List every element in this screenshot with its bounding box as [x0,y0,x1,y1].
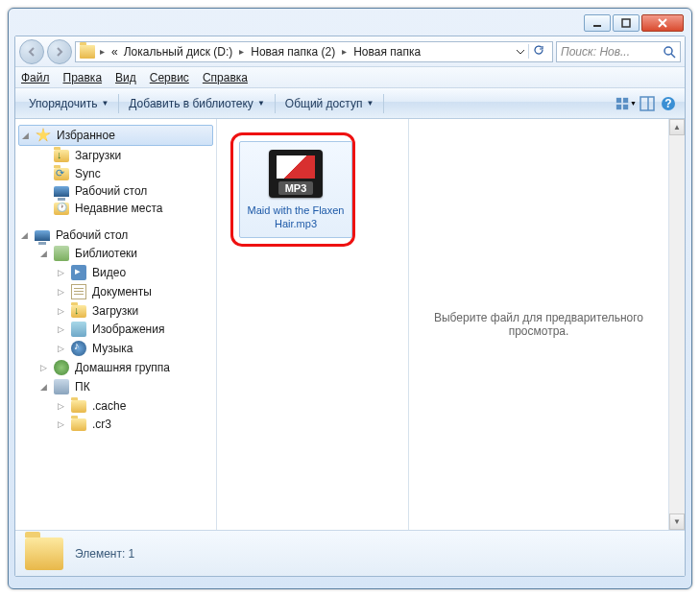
preview-placeholder: Выберите файл для предварительного просм… [428,311,649,338]
address-bar: ▸ « Локальный диск (D:) ▸ Новая папка (2… [15,36,685,67]
chevron-down-icon: ▼ [366,99,374,107]
downloads-icon [71,305,86,318]
homegroup-icon [54,360,69,375]
expand-icon: ▷ [40,363,47,372]
mp3-icon [269,150,323,198]
back-button[interactable] [19,39,44,64]
path-dropdown[interactable] [515,46,526,58]
forward-button[interactable] [47,39,72,64]
nav-cr3[interactable]: ▷.cr3 [15,415,216,433]
expand-icon: ▷ [58,268,64,277]
breadcrumb-prefix[interactable]: « [109,45,120,59]
libraries-icon [54,246,69,261]
menu-view[interactable]: Вид [115,71,136,84]
nav-cache[interactable]: ▷.cache [15,396,216,415]
nav-libraries[interactable]: ◢Библиотеки [15,244,216,263]
menu-file[interactable]: Файл [21,71,50,84]
nav-homegroup[interactable]: ▷Домашняя группа [15,358,216,377]
nav-music[interactable]: ▷Музыка [15,339,216,358]
scroll-up-button[interactable]: ▲ [669,119,685,135]
scroll-track[interactable] [669,135,685,513]
svg-rect-7 [623,104,628,108]
collapse-icon: ◢ [40,382,47,392]
menu-edit[interactable]: Правка [63,71,103,84]
downloads-icon [54,150,69,162]
video-icon [71,265,86,280]
menu-tools[interactable]: Сервис [150,71,189,84]
nav-recent[interactable]: Недавние места [15,200,216,217]
collapse-icon: ◢ [40,249,47,258]
file-name: Maid with the Flaxen Hair.mp3 [244,203,348,231]
scroll-down-button[interactable]: ▼ [669,513,685,530]
desktop-icon [54,186,69,197]
svg-rect-5 [623,97,628,102]
svg-rect-1 [622,19,630,27]
breadcrumb[interactable]: ▸ « Локальный диск (D:) ▸ Новая папка (2… [75,41,553,62]
nav-pc[interactable]: ◢ПК [15,377,216,396]
add-to-library-button[interactable]: Добавить в библиотеку▼ [121,94,272,113]
close-button[interactable] [641,14,684,32]
svg-point-2 [664,47,672,55]
nav-desktop[interactable]: Рабочий стол [15,182,216,200]
expand-icon: ▷ [58,287,64,297]
file-list[interactable]: Maid with the Flaxen Hair.mp3 [217,119,409,530]
folder-icon [71,418,86,431]
chevron-down-icon: ▼ [101,99,109,107]
search-icon [663,45,676,59]
svg-text:?: ? [664,97,671,110]
chevron-icon: ▸ [339,46,350,57]
share-button[interactable]: Общий доступ▼ [278,94,382,113]
expand-icon: ▷ [58,344,64,353]
search-placeholder: Поиск: Нов... [561,45,663,59]
toolbar: Упорядочить▼ Добавить в библиотеку▼ Общи… [15,88,685,119]
window-body: ▸ « Локальный диск (D:) ▸ Новая папка (2… [14,36,686,577]
chevron-icon: ▸ [236,46,247,57]
file-item[interactable]: Maid with the Flaxen Hair.mp3 [239,141,352,238]
status-text: Элемент: 1 [75,547,134,561]
breadcrumb-item[interactable]: Локальный диск (D:) [122,45,235,59]
breadcrumb-item[interactable]: Новая папка [351,45,422,59]
recent-icon [54,203,69,215]
sync-icon [54,168,69,180]
refresh-button[interactable] [528,44,548,59]
menu-help[interactable]: Справка [203,71,248,84]
minimize-button[interactable] [584,14,611,32]
help-button[interactable]: ? [658,93,679,114]
nav-desktop-root[interactable]: ◢Рабочий стол [15,227,216,244]
desktop-icon [35,230,50,241]
nav-pictures[interactable]: ▷Изображения [15,320,216,339]
title-bar [14,14,686,36]
search-input[interactable]: Поиск: Нов... [556,41,681,62]
preview-pane-button[interactable] [637,93,658,114]
breadcrumb-item[interactable]: Новая папка (2) [249,45,337,59]
expand-icon: ▷ [58,401,64,411]
navigation-pane[interactable]: ◢Избранное Загрузки Sync Рабочий стол Не… [15,119,217,530]
pc-icon [54,379,69,394]
svg-line-3 [671,54,675,58]
view-options-button[interactable]: ▼ [616,93,637,114]
chevron-down-icon: ▼ [630,100,637,107]
pictures-icon [71,322,86,337]
nav-downloads[interactable]: Загрузки [15,146,216,164]
nav-documents[interactable]: ▷Документы [15,282,216,301]
collapse-icon: ◢ [21,230,28,240]
folder-icon [71,400,86,413]
nav-sync[interactable]: Sync [15,164,216,182]
organize-button[interactable]: Упорядочить▼ [21,94,116,113]
folder-icon [25,537,63,570]
separator [275,94,276,113]
window-frame: ▸ « Локальный диск (D:) ▸ Новая папка (2… [8,8,692,589]
vertical-scrollbar[interactable]: ▲ ▼ [668,119,685,530]
nav-favorites[interactable]: ◢Избранное [18,125,213,146]
nav-video[interactable]: ▷Видео [15,263,216,282]
status-bar: Элемент: 1 [15,530,685,576]
nav-downloads2[interactable]: ▷Загрузки [15,301,216,320]
svg-rect-4 [616,97,621,102]
music-icon [71,341,86,356]
maximize-button[interactable] [613,14,640,32]
separator [383,94,384,113]
separator [118,94,119,113]
star-icon [36,128,51,143]
chevron-icon: ▸ [97,46,108,57]
folder-icon [80,45,95,59]
